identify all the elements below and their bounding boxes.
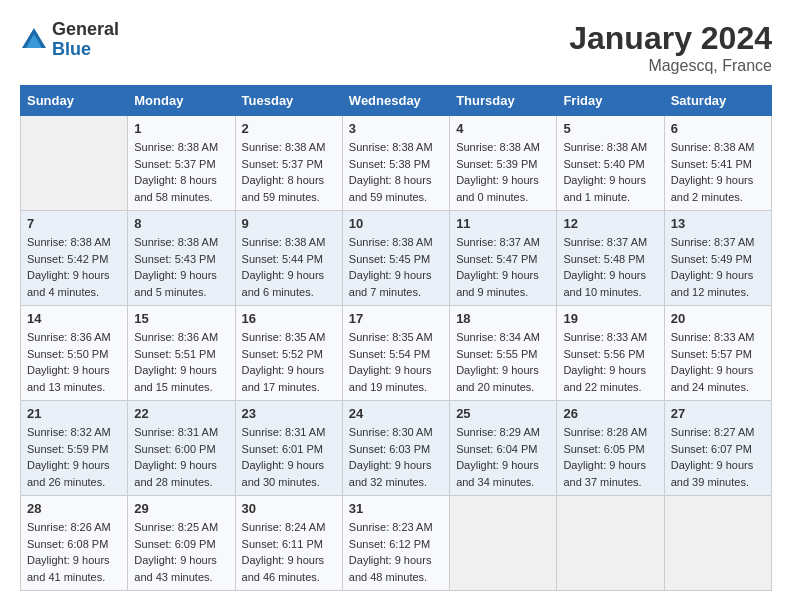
calendar-cell: 27 Sunrise: 8:27 AM Sunset: 6:07 PM Dayl… <box>664 401 771 496</box>
day-detail: Sunrise: 8:34 AM Sunset: 5:55 PM Dayligh… <box>456 329 550 395</box>
title-block: January 2024 Magescq, France <box>569 20 772 75</box>
calendar-cell: 12 Sunrise: 8:37 AM Sunset: 5:48 PM Dayl… <box>557 211 664 306</box>
day-number: 26 <box>563 406 657 421</box>
day-number: 12 <box>563 216 657 231</box>
day-number: 20 <box>671 311 765 326</box>
calendar-cell <box>664 496 771 591</box>
day-number: 14 <box>27 311 121 326</box>
calendar-header-row: SundayMondayTuesdayWednesdayThursdayFrid… <box>21 86 772 116</box>
calendar-cell: 13 Sunrise: 8:37 AM Sunset: 5:49 PM Dayl… <box>664 211 771 306</box>
day-number: 18 <box>456 311 550 326</box>
logo-blue: Blue <box>52 40 119 60</box>
calendar-week-2: 7 Sunrise: 8:38 AM Sunset: 5:42 PM Dayli… <box>21 211 772 306</box>
calendar-cell: 30 Sunrise: 8:24 AM Sunset: 6:11 PM Dayl… <box>235 496 342 591</box>
day-number: 4 <box>456 121 550 136</box>
day-detail: Sunrise: 8:31 AM Sunset: 6:00 PM Dayligh… <box>134 424 228 490</box>
calendar-cell: 16 Sunrise: 8:35 AM Sunset: 5:52 PM Dayl… <box>235 306 342 401</box>
calendar-cell <box>557 496 664 591</box>
calendar-cell: 7 Sunrise: 8:38 AM Sunset: 5:42 PM Dayli… <box>21 211 128 306</box>
calendar-cell: 22 Sunrise: 8:31 AM Sunset: 6:00 PM Dayl… <box>128 401 235 496</box>
day-number: 17 <box>349 311 443 326</box>
calendar-cell: 20 Sunrise: 8:33 AM Sunset: 5:57 PM Dayl… <box>664 306 771 401</box>
calendar-cell: 25 Sunrise: 8:29 AM Sunset: 6:04 PM Dayl… <box>450 401 557 496</box>
day-number: 23 <box>242 406 336 421</box>
day-number: 28 <box>27 501 121 516</box>
logo-text: General Blue <box>52 20 119 60</box>
calendar-cell: 9 Sunrise: 8:38 AM Sunset: 5:44 PM Dayli… <box>235 211 342 306</box>
day-detail: Sunrise: 8:26 AM Sunset: 6:08 PM Dayligh… <box>27 519 121 585</box>
day-detail: Sunrise: 8:36 AM Sunset: 5:51 PM Dayligh… <box>134 329 228 395</box>
column-header-monday: Monday <box>128 86 235 116</box>
calendar-cell <box>450 496 557 591</box>
day-detail: Sunrise: 8:38 AM Sunset: 5:37 PM Dayligh… <box>134 139 228 205</box>
day-detail: Sunrise: 8:36 AM Sunset: 5:50 PM Dayligh… <box>27 329 121 395</box>
day-detail: Sunrise: 8:32 AM Sunset: 5:59 PM Dayligh… <box>27 424 121 490</box>
day-number: 13 <box>671 216 765 231</box>
calendar-cell: 2 Sunrise: 8:38 AM Sunset: 5:37 PM Dayli… <box>235 116 342 211</box>
calendar-cell: 4 Sunrise: 8:38 AM Sunset: 5:39 PM Dayli… <box>450 116 557 211</box>
column-header-tuesday: Tuesday <box>235 86 342 116</box>
calendar-cell: 6 Sunrise: 8:38 AM Sunset: 5:41 PM Dayli… <box>664 116 771 211</box>
page-header: General Blue January 2024 Magescq, Franc… <box>20 20 772 75</box>
logo: General Blue <box>20 20 119 60</box>
calendar-cell: 1 Sunrise: 8:38 AM Sunset: 5:37 PM Dayli… <box>128 116 235 211</box>
day-number: 6 <box>671 121 765 136</box>
day-detail: Sunrise: 8:38 AM Sunset: 5:37 PM Dayligh… <box>242 139 336 205</box>
day-number: 2 <box>242 121 336 136</box>
day-detail: Sunrise: 8:38 AM Sunset: 5:44 PM Dayligh… <box>242 234 336 300</box>
day-detail: Sunrise: 8:37 AM Sunset: 5:48 PM Dayligh… <box>563 234 657 300</box>
day-number: 15 <box>134 311 228 326</box>
day-number: 25 <box>456 406 550 421</box>
day-number: 22 <box>134 406 228 421</box>
day-detail: Sunrise: 8:38 AM Sunset: 5:38 PM Dayligh… <box>349 139 443 205</box>
column-header-saturday: Saturday <box>664 86 771 116</box>
logo-general: General <box>52 20 119 40</box>
day-number: 7 <box>27 216 121 231</box>
day-detail: Sunrise: 8:35 AM Sunset: 5:52 PM Dayligh… <box>242 329 336 395</box>
calendar-cell: 24 Sunrise: 8:30 AM Sunset: 6:03 PM Dayl… <box>342 401 449 496</box>
day-detail: Sunrise: 8:30 AM Sunset: 6:03 PM Dayligh… <box>349 424 443 490</box>
day-detail: Sunrise: 8:28 AM Sunset: 6:05 PM Dayligh… <box>563 424 657 490</box>
day-detail: Sunrise: 8:31 AM Sunset: 6:01 PM Dayligh… <box>242 424 336 490</box>
calendar-week-3: 14 Sunrise: 8:36 AM Sunset: 5:50 PM Dayl… <box>21 306 772 401</box>
calendar-cell: 5 Sunrise: 8:38 AM Sunset: 5:40 PM Dayli… <box>557 116 664 211</box>
calendar-week-1: 1 Sunrise: 8:38 AM Sunset: 5:37 PM Dayli… <box>21 116 772 211</box>
column-header-thursday: Thursday <box>450 86 557 116</box>
column-header-wednesday: Wednesday <box>342 86 449 116</box>
calendar-cell: 26 Sunrise: 8:28 AM Sunset: 6:05 PM Dayl… <box>557 401 664 496</box>
calendar-week-4: 21 Sunrise: 8:32 AM Sunset: 5:59 PM Dayl… <box>21 401 772 496</box>
calendar-cell: 28 Sunrise: 8:26 AM Sunset: 6:08 PM Dayl… <box>21 496 128 591</box>
day-number: 19 <box>563 311 657 326</box>
day-number: 5 <box>563 121 657 136</box>
day-detail: Sunrise: 8:25 AM Sunset: 6:09 PM Dayligh… <box>134 519 228 585</box>
calendar-cell: 21 Sunrise: 8:32 AM Sunset: 5:59 PM Dayl… <box>21 401 128 496</box>
calendar-cell: 8 Sunrise: 8:38 AM Sunset: 5:43 PM Dayli… <box>128 211 235 306</box>
calendar-cell: 14 Sunrise: 8:36 AM Sunset: 5:50 PM Dayl… <box>21 306 128 401</box>
calendar-cell: 11 Sunrise: 8:37 AM Sunset: 5:47 PM Dayl… <box>450 211 557 306</box>
calendar-table: SundayMondayTuesdayWednesdayThursdayFrid… <box>20 85 772 591</box>
month-year: January 2024 <box>569 20 772 57</box>
column-header-sunday: Sunday <box>21 86 128 116</box>
day-detail: Sunrise: 8:33 AM Sunset: 5:57 PM Dayligh… <box>671 329 765 395</box>
calendar-cell: 17 Sunrise: 8:35 AM Sunset: 5:54 PM Dayl… <box>342 306 449 401</box>
calendar-cell: 3 Sunrise: 8:38 AM Sunset: 5:38 PM Dayli… <box>342 116 449 211</box>
calendar-cell: 31 Sunrise: 8:23 AM Sunset: 6:12 PM Dayl… <box>342 496 449 591</box>
day-number: 30 <box>242 501 336 516</box>
day-number: 27 <box>671 406 765 421</box>
day-number: 16 <box>242 311 336 326</box>
day-detail: Sunrise: 8:38 AM Sunset: 5:43 PM Dayligh… <box>134 234 228 300</box>
calendar-cell: 23 Sunrise: 8:31 AM Sunset: 6:01 PM Dayl… <box>235 401 342 496</box>
day-number: 10 <box>349 216 443 231</box>
calendar-cell: 19 Sunrise: 8:33 AM Sunset: 5:56 PM Dayl… <box>557 306 664 401</box>
day-detail: Sunrise: 8:37 AM Sunset: 5:49 PM Dayligh… <box>671 234 765 300</box>
day-number: 31 <box>349 501 443 516</box>
day-detail: Sunrise: 8:38 AM Sunset: 5:42 PM Dayligh… <box>27 234 121 300</box>
day-number: 3 <box>349 121 443 136</box>
logo-icon <box>20 26 48 54</box>
calendar-cell: 18 Sunrise: 8:34 AM Sunset: 5:55 PM Dayl… <box>450 306 557 401</box>
calendar-cell: 15 Sunrise: 8:36 AM Sunset: 5:51 PM Dayl… <box>128 306 235 401</box>
day-detail: Sunrise: 8:37 AM Sunset: 5:47 PM Dayligh… <box>456 234 550 300</box>
day-detail: Sunrise: 8:33 AM Sunset: 5:56 PM Dayligh… <box>563 329 657 395</box>
day-detail: Sunrise: 8:23 AM Sunset: 6:12 PM Dayligh… <box>349 519 443 585</box>
day-number: 21 <box>27 406 121 421</box>
